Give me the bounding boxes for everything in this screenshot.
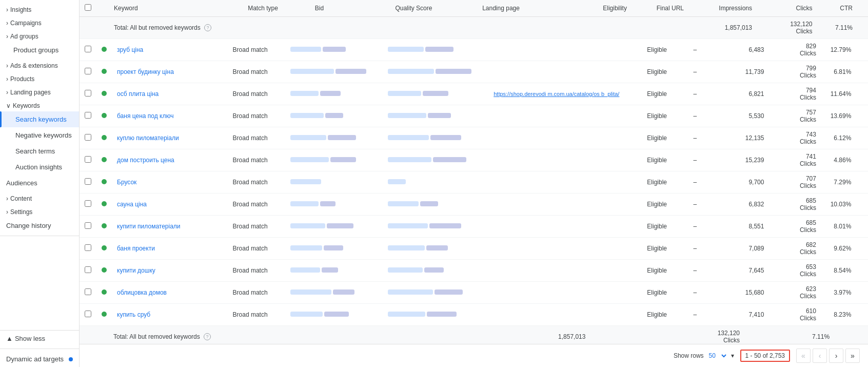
chevron-right-icon: › [6, 6, 8, 13]
select-all-checkbox[interactable] [85, 4, 91, 11]
rows-per-page-select[interactable]: 50 100 250 [707, 352, 728, 360]
chevron-right-icon: › [6, 208, 8, 216]
row-checkbox[interactable] [85, 178, 91, 185]
prev-page-button[interactable]: ‹ [813, 349, 827, 363]
sidebar-item-ad-groups[interactable]: › Ad groups [0, 29, 79, 42]
sidebar-item-product-groups[interactable]: Product groups [0, 42, 79, 58]
match-type-header[interactable]: Match type [243, 0, 310, 17]
show-less-button[interactable]: ▲ Show less [0, 330, 79, 346]
first-page-button[interactable]: « [796, 349, 811, 363]
row-checkbox[interactable] [85, 112, 91, 119]
row-keyword[interactable]: куплю пиломатеріали [112, 127, 228, 149]
row-keyword[interactable]: дом построить цена [112, 149, 228, 171]
row-checkbox[interactable] [85, 200, 91, 207]
table-row: БрусокBroad matchEligible–9,700707 Click… [80, 171, 868, 194]
row-landing-page [488, 39, 642, 61]
row-checkbox[interactable] [85, 134, 91, 141]
row-checkbox-cell [80, 83, 96, 105]
table-row: баня проектиBroad matchEligible–7,089682… [80, 238, 868, 260]
row-eligibility: Eligible [642, 194, 688, 216]
sidebar-item-negative-keywords[interactable]: Negative keywords [0, 127, 79, 143]
row-checkbox[interactable] [85, 222, 91, 229]
table-row: купити пиломатеріалиBroad matchEligible–… [80, 216, 868, 238]
final-url-header[interactable]: Final URL [652, 0, 701, 17]
row-checkbox[interactable] [85, 288, 91, 295]
sidebar-item-keywords[interactable]: ∨ Keywords [0, 98, 79, 111]
row-ctr: 13.69% [821, 105, 856, 127]
row-keyword[interactable]: баня проекти [112, 238, 228, 260]
sidebar-item-search-keywords[interactable]: Search keywords [0, 111, 79, 127]
row-keyword[interactable]: купити дошку [112, 260, 228, 282]
total-header-label: Total: All but removed keywords [114, 24, 201, 31]
row-landing-page [488, 61, 642, 83]
sidebar-item-settings[interactable]: › Settings [0, 204, 79, 218]
landing-page-header[interactable]: Landing page [477, 0, 598, 17]
sidebar-item-ads-extensions[interactable]: › Ads & extensions [0, 58, 79, 71]
quality-header[interactable]: Quality Score [390, 0, 477, 17]
total-header-help-icon[interactable]: ? [204, 24, 211, 31]
row-checkbox[interactable] [85, 68, 91, 74]
row-eligibility: Eligible [642, 149, 688, 171]
eligibility-header[interactable]: Eligibility [598, 0, 651, 17]
row-keyword[interactable]: осб плита ціна [112, 83, 228, 105]
row-ctr: 6.12% [821, 127, 856, 149]
row-impressions: 7,410 [723, 304, 769, 326]
next-page-button[interactable]: › [829, 349, 843, 363]
ctr-header[interactable]: CTR [818, 0, 858, 17]
row-match-type: Broad match [228, 61, 286, 83]
row-keyword[interactable]: баня цена под ключ [112, 105, 228, 127]
sidebar-item-products[interactable]: › Products [0, 71, 79, 85]
clicks-header[interactable]: Clicks [757, 0, 818, 17]
row-quality-score [383, 171, 488, 194]
select-all-header[interactable] [80, 0, 96, 17]
row-keyword[interactable]: сауна ціна [112, 194, 228, 216]
row-checkbox-cell [80, 194, 96, 216]
impressions-header[interactable]: Impressions [700, 0, 757, 17]
total-header-status-cell [96, 17, 109, 39]
row-keyword[interactable]: Брусок [112, 171, 228, 194]
row-keyword[interactable]: купити пиломатеріали [112, 216, 228, 238]
table-row: купити дошкуBroad matchEligible–7,645653… [80, 260, 868, 282]
total-header-label-cell: Total: All but removed keywords ? [109, 17, 700, 39]
row-ctr: 6.81% [821, 61, 856, 83]
row-checkbox-cell [80, 238, 96, 260]
row-checkbox[interactable] [85, 90, 91, 96]
sidebar: › Insights › Campaigns › Ad groups Produ… [0, 0, 80, 367]
chevron-up-icon: ▲ [6, 335, 13, 342]
sidebar-item-insights[interactable]: › Insights [0, 2, 79, 15]
landing-page-link[interactable]: https://shop.derevodi m.com.ua/catalog/o… [494, 91, 619, 97]
table-container[interactable]: Keyword Match type Bid Quality Score Lan… [80, 0, 868, 344]
row-keyword[interactable]: облицовка домов [112, 282, 228, 304]
row-bid [285, 194, 382, 216]
row-keyword[interactable]: купить сруб [112, 304, 228, 326]
row-checkbox-cell [80, 61, 96, 83]
row-landing-page[interactable]: https://shop.derevodi m.com.ua/catalog/o… [488, 83, 642, 105]
sidebar-item-landing-pages[interactable]: › Landing pages [0, 85, 79, 98]
bid-header[interactable]: Bid [310, 0, 390, 17]
table-row: дом построить ценаBroad matchEligible–15… [80, 149, 868, 171]
row-clicks: 685 Clicks [769, 216, 821, 238]
total-footer-label-cell: Total: All but removed keywords ? [108, 326, 458, 344]
sidebar-item-content[interactable]: › Content [0, 191, 79, 204]
last-page-button[interactable]: » [845, 349, 860, 363]
status-dot [102, 312, 107, 317]
sidebar-item-campaigns[interactable]: › Campaigns [0, 15, 79, 29]
total-footer-help-icon[interactable]: ? [204, 333, 211, 340]
row-keyword[interactable]: зруб ціна [112, 39, 228, 61]
row-checkbox[interactable] [85, 266, 91, 273]
row-landing-page [488, 171, 642, 194]
status-dot [102, 223, 107, 228]
sidebar-item-search-terms[interactable]: Search terms [0, 143, 79, 159]
row-checkbox[interactable] [85, 244, 91, 251]
sidebar-item-audiences[interactable]: Audiences [0, 175, 79, 191]
sidebar-item-dynamic-ad[interactable]: Dynamic ad targets [0, 351, 79, 367]
row-checkbox[interactable] [85, 311, 91, 317]
keyword-header[interactable]: Keyword [109, 0, 243, 17]
sidebar-item-auction-insights[interactable]: Auction insights [0, 159, 79, 175]
row-keyword[interactable]: проект будинку ціна [112, 61, 228, 83]
row-checkbox[interactable] [85, 46, 91, 52]
sidebar-item-change-history[interactable]: Change history [0, 218, 79, 234]
row-checkbox[interactable] [85, 156, 91, 163]
row-bid [285, 216, 382, 238]
row-final-url: – [688, 83, 723, 105]
